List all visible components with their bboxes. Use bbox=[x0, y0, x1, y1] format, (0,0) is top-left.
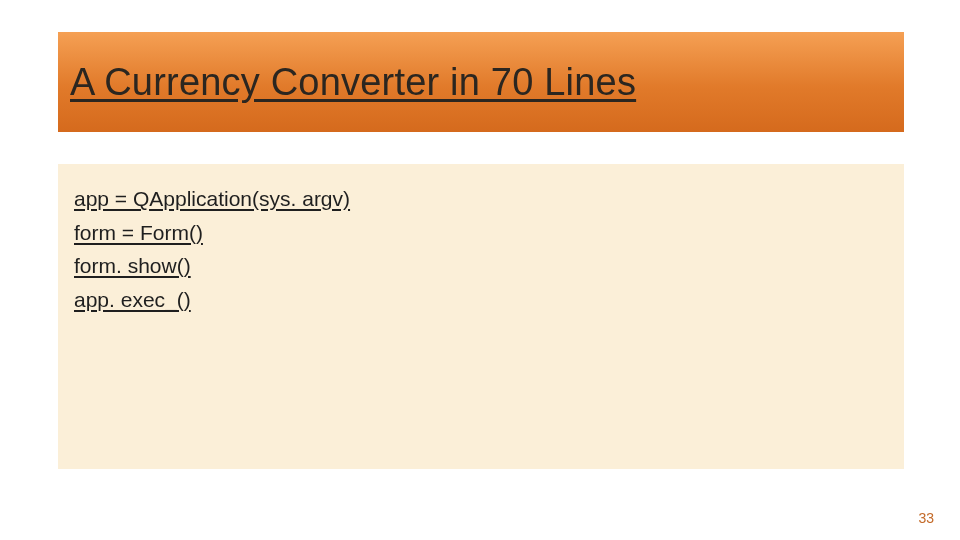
code-line: app. exec_() bbox=[74, 283, 888, 317]
code-line: form = Form() bbox=[74, 216, 888, 250]
slide-title: A Currency Converter in 70 Lines bbox=[70, 61, 636, 104]
slide-title-bar: A Currency Converter in 70 Lines bbox=[58, 32, 904, 132]
page-number: 33 bbox=[918, 510, 934, 526]
slide-content: app = QApplication(sys. argv) form = For… bbox=[58, 164, 904, 469]
code-line: app = QApplication(sys. argv) bbox=[74, 182, 888, 216]
code-line: form. show() bbox=[74, 249, 888, 283]
